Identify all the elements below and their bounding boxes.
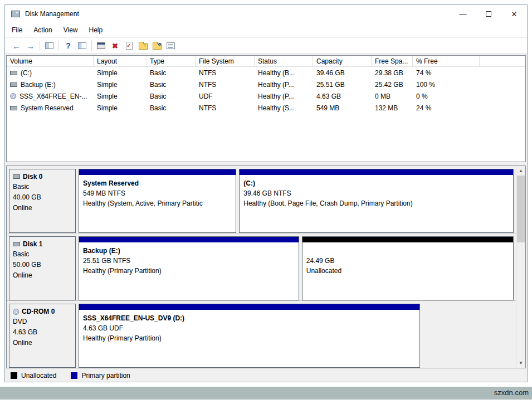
menu-help[interactable]: Help <box>89 26 109 34</box>
column-header-file-system[interactable]: File System <box>196 56 255 66</box>
cdrom0-panel[interactable]: CD-ROM 0 DVD 4.63 GB Online <box>9 304 76 368</box>
volume-layout: Simple <box>94 81 147 89</box>
back-button[interactable]: ← <box>9 39 23 52</box>
volume-fs: NTFS <box>196 81 255 89</box>
action-pane-icon <box>78 42 86 49</box>
column-header-type[interactable]: Type <box>147 56 196 66</box>
partition-health: Unallocated <box>306 266 509 276</box>
maximize-button[interactable] <box>476 5 501 23</box>
volume-capacity: 549 MB <box>313 104 372 112</box>
volume-list-header: Volume Layout Type File System Status Ca… <box>7 56 525 67</box>
volume-list-pane: Volume Layout Type File System Status Ca… <box>6 55 526 162</box>
partition-unallocated[interactable]: 24.49 GB Unallocated <box>302 236 514 300</box>
partition-color-band <box>79 237 299 242</box>
help-icon: ? <box>66 42 71 50</box>
volume-status: Healthy (P... <box>255 93 313 100</box>
properties-button[interactable] <box>164 39 178 52</box>
scrollbar-thumb[interactable] <box>517 176 525 242</box>
volume-row[interactable]: SSS_X64FREE_EN-... Simple Basic UDF Heal… <box>7 90 525 102</box>
volume-pct-free: 100 % <box>413 81 480 89</box>
volume-status: Healthy (P... <box>255 81 313 89</box>
volume-row[interactable]: (C:) Simple Basic NTFS Healthy (B... 39.… <box>7 67 525 79</box>
scroll-down-button[interactable]: ▼ <box>516 358 525 368</box>
menu-view[interactable]: View <box>64 26 84 34</box>
column-header-free-space[interactable]: Free Spa... <box>372 56 413 66</box>
column-header-pct-free[interactable]: % Free <box>413 56 480 66</box>
column-header-layout[interactable]: Layout <box>94 56 147 66</box>
menu-file[interactable]: File <box>12 26 28 34</box>
column-header-capacity[interactable]: Capacity <box>313 56 372 66</box>
back-arrow-icon: ← <box>12 42 21 50</box>
volume-free: 0 MB <box>372 93 413 100</box>
volume-type: Basic <box>147 81 196 89</box>
disk-management-app-icon <box>11 11 20 17</box>
magnifier-overlay-icon <box>158 43 161 46</box>
explore-button[interactable] <box>150 39 164 52</box>
column-header-volume[interactable]: Volume <box>7 56 94 66</box>
partition-title: System Reserved <box>83 178 232 188</box>
volume-layout: Simple <box>94 69 147 77</box>
partition-dvd-d[interactable]: SSS_X64FREE_EN-US_DV9 (D:) 4.63 GB UDF H… <box>79 304 420 368</box>
column-header-status[interactable]: Status <box>255 56 313 66</box>
disk-status: Online <box>13 270 72 281</box>
volume-row[interactable]: Backup (E:) Simple Basic NTFS Healthy (P… <box>7 79 525 90</box>
show-action-pane-button[interactable] <box>75 39 89 52</box>
partition-size-fs: 25.51 GB NTFS <box>83 256 295 266</box>
unallocated-swatch <box>11 372 17 379</box>
scroll-up-button[interactable]: ▲ <box>516 166 525 176</box>
change-drive-letter-button[interactable]: ↑ <box>136 39 150 52</box>
volume-cd-icon <box>10 93 16 99</box>
console-button[interactable] <box>94 39 108 52</box>
volume-name: SSS_X64FREE_EN-... <box>19 93 87 100</box>
partition-size-fs: 4.63 GB UDF <box>83 323 416 333</box>
volume-fs: NTFS <box>196 104 255 112</box>
forward-button[interactable]: → <box>23 39 37 52</box>
volume-layout: Simple <box>94 104 147 112</box>
footer-band: szxdn.com <box>0 387 532 400</box>
volume-row[interactable]: System Reserved Simple Basic NTFS Health… <box>7 102 525 114</box>
volume-capacity: 25.51 GB <box>313 81 372 89</box>
partition-c-drive[interactable]: (C:) 39.46 GB NTFS Healthy (Boot, Page F… <box>239 169 514 233</box>
disk1-panel[interactable]: Disk 1 Basic 50.00 GB Online <box>9 236 76 300</box>
delete-volume-button[interactable]: ✖ <box>108 39 122 52</box>
volume-pct-free: 24 % <box>413 104 480 112</box>
volume-name: Backup (E:) <box>21 81 56 89</box>
up-arrow-overlay-icon: ↑ <box>144 42 147 48</box>
minimize-button[interactable]: — <box>450 5 476 23</box>
volume-status: Healthy (B... <box>255 69 313 77</box>
disk0-panel[interactable]: Disk 0 Basic 40.00 GB Online <box>9 169 76 233</box>
disk-label: Disk 0 <box>23 172 42 182</box>
disk-status: Online <box>13 203 72 213</box>
forward-arrow-icon: → <box>26 42 35 50</box>
legend-primary-partition: Primary partition <box>71 372 130 379</box>
volume-type: Basic <box>147 69 196 77</box>
watermark: szxdn.com <box>494 388 529 397</box>
partition-system-reserved[interactable]: System Reserved 549 MB NTFS Healthy (Sys… <box>79 169 236 233</box>
volume-drive-icon <box>10 71 17 75</box>
legend-primary-label: Primary partition <box>81 372 130 379</box>
vertical-scrollbar[interactable]: ▲ ▼ <box>516 166 525 368</box>
disk-size: 50.00 GB <box>13 260 72 270</box>
help-button[interactable]: ? <box>61 39 75 52</box>
toolbar: ← → ? ✖ ✓ ↑ <box>5 37 527 54</box>
disk-size: 4.63 GB <box>13 327 72 338</box>
partition-health: Healthy (Boot, Page File, Crash Dump, Pr… <box>243 198 509 208</box>
minimize-icon: — <box>460 10 467 18</box>
volume-type: Basic <box>147 104 196 112</box>
disk-icon <box>13 174 20 179</box>
partition-color-band <box>302 237 513 242</box>
volume-free: 29.38 GB <box>372 69 413 77</box>
show-console-tree-button[interactable] <box>42 39 56 52</box>
disk-kind: Basic <box>13 182 72 192</box>
legend-unallocated-label: Unallocated <box>21 372 56 379</box>
disk-size: 40.00 GB <box>13 192 72 203</box>
volume-layout: Simple <box>94 93 147 100</box>
partition-backup-e[interactable]: Backup (E:) 25.51 GB NTFS Healthy (Prima… <box>79 236 299 300</box>
volume-drive-icon <box>10 82 17 87</box>
menu-action[interactable]: Action <box>33 26 57 34</box>
delete-icon: ✖ <box>112 42 118 50</box>
title-bar[interactable]: Disk Management — ✕ <box>5 5 527 23</box>
close-button[interactable]: ✕ <box>501 5 527 23</box>
mark-active-button[interactable]: ✓ <box>122 39 136 52</box>
graphical-view-pane: Disk 0 Basic 40.00 GB Online System Rese… <box>6 166 526 368</box>
